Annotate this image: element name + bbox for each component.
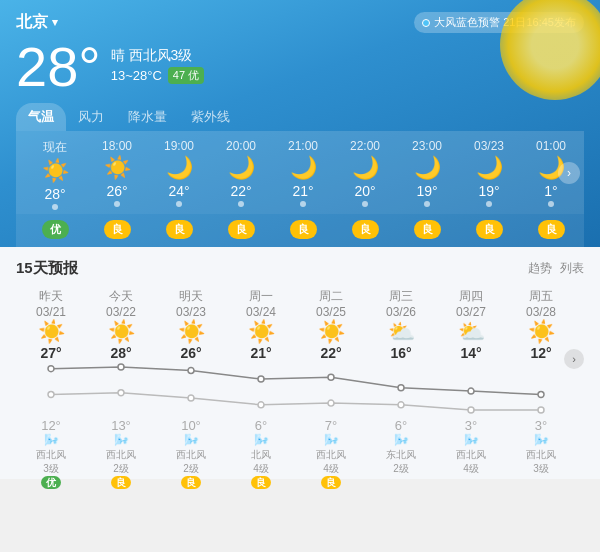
tab-uv[interactable]: 紫外线 <box>179 103 242 131</box>
daily-high: 27° <box>16 345 86 361</box>
svg-point-6 <box>468 388 474 394</box>
hourly-item: 21:00 🌙 21° <box>272 139 334 207</box>
daily-date: 03/23 <box>156 305 226 319</box>
daily-low: 6° <box>366 418 436 433</box>
aqi-pill: 良 <box>352 220 379 239</box>
weather-icon: ☀️ <box>104 157 131 179</box>
top-section: 北京 ▾ 大风蓝色预警 21日16:45发布 28° 晴 西北风3级 13~28… <box>0 0 600 247</box>
daily-icon: ⛅ <box>436 319 506 345</box>
city-name[interactable]: 北京 ▾ <box>16 12 58 33</box>
weather-icon: 🌙 <box>476 157 503 179</box>
view-list-btn[interactable]: 列表 <box>560 260 584 277</box>
aqi-item: 良 <box>272 220 334 239</box>
daily-wind: 西北风4级 <box>436 447 506 475</box>
aqi-pill: 良 <box>228 220 255 239</box>
daily-aqi <box>436 475 506 490</box>
aqi-item: 良 <box>148 220 210 239</box>
daily-low: 13° <box>86 418 156 433</box>
daily-weekday: 周四 <box>436 288 506 305</box>
tabs-row: 气温 风力 降水量 紫外线 <box>16 103 584 131</box>
daily-wind-icon: 🌬️ <box>86 433 156 447</box>
daily-high: 26° <box>156 345 226 361</box>
hourly-temp: 1° <box>544 183 557 207</box>
main-temp-row: 28° 晴 西北风3级 13~28°C 47 优 <box>16 39 584 95</box>
hourly-item: 19:00 🌙 24° <box>148 139 210 207</box>
daily-weekday: 今天 <box>86 288 156 305</box>
svg-point-14 <box>468 407 474 413</box>
hourly-item: 20:00 🌙 22° <box>210 139 272 207</box>
daily-wind-icon: 🌬️ <box>366 433 436 447</box>
tab-temperature[interactable]: 气温 <box>16 103 66 131</box>
svg-point-10 <box>188 395 194 401</box>
tab-wind[interactable]: 风力 <box>66 103 116 131</box>
hourly-temp: 19° <box>416 183 437 207</box>
weather-description: 晴 西北风3级 <box>111 47 204 65</box>
svg-point-3 <box>258 376 264 382</box>
daily-scroll: 昨天今天明天周一周二周三周四周五03/2103/2203/2303/2403/2… <box>16 288 584 490</box>
weather-icon: 🌙 <box>352 157 379 179</box>
forecast-header: 15天预报 趋势 列表 <box>16 259 584 278</box>
aqi-item: 良 <box>458 220 520 239</box>
daily-wind-icon: 🌬️ <box>296 433 366 447</box>
svg-point-15 <box>538 407 544 413</box>
aqi-pill: 良 <box>538 220 565 239</box>
hourly-item: 18:00 ☀️ 26° <box>86 139 148 207</box>
daily-high: 21° <box>226 345 296 361</box>
svg-point-0 <box>48 366 54 372</box>
daily-wind-icon: 🌬️ <box>156 433 226 447</box>
weather-icon: 🌙 <box>166 157 193 179</box>
svg-point-9 <box>118 390 124 396</box>
aqi-pill: 良 <box>166 220 193 239</box>
weather-app: 北京 ▾ 大风蓝色预警 21日16:45发布 28° 晴 西北风3级 13~28… <box>0 0 600 479</box>
daily-date: 03/21 <box>16 305 86 319</box>
daily-date: 03/28 <box>506 305 576 319</box>
daily-aqi: 良 <box>86 475 156 490</box>
svg-point-11 <box>258 402 264 408</box>
daily-date: 03/24 <box>226 305 296 319</box>
daily-aqi: 良 <box>156 475 226 490</box>
hourly-item: 现在 ☀️ 28° <box>24 139 86 210</box>
daily-icon: ☀️ <box>226 319 296 345</box>
daily-date: 03/26 <box>366 305 436 319</box>
hourly-section: 现在 ☀️ 28° 18:00 ☀️ 26° 19:00 🌙 24° 20:00… <box>16 131 584 214</box>
daily-next-button[interactable]: › <box>564 349 584 369</box>
hourly-next-button[interactable]: › <box>558 162 580 184</box>
hourly-scroll: 现在 ☀️ 28° 18:00 ☀️ 26° 19:00 🌙 24° 20:00… <box>16 139 584 210</box>
daily-low: 10° <box>156 418 226 433</box>
svg-point-7 <box>538 392 544 398</box>
svg-point-1 <box>118 364 124 370</box>
hourly-time: 20:00 <box>226 139 256 153</box>
hourly-temp: 20° <box>354 183 375 207</box>
daily-low: 3° <box>506 418 576 433</box>
hourly-item: 03/23 🌙 19° <box>458 139 520 207</box>
daily-wind-icon: 🌬️ <box>436 433 506 447</box>
daily-icon: ☀️ <box>506 319 576 345</box>
chevron-down-icon[interactable]: ▾ <box>52 16 58 29</box>
daily-weekday: 周五 <box>506 288 576 305</box>
daily-aqi: 优 <box>16 475 86 490</box>
daily-wind-icon: 🌬️ <box>16 433 86 447</box>
daily-weekday: 明天 <box>156 288 226 305</box>
daily-wind: 西北风3级 <box>16 447 86 475</box>
daily-high: 14° <box>436 345 506 361</box>
hourly-temp: 28° <box>44 186 65 210</box>
chart-svg <box>16 361 576 416</box>
tab-precipitation[interactable]: 降水量 <box>116 103 179 131</box>
daily-icon: ☀️ <box>156 319 226 345</box>
hourly-time: 现在 <box>43 139 67 156</box>
daily-high: 28° <box>86 345 156 361</box>
daily-date: 03/27 <box>436 305 506 319</box>
hourly-item: 23:00 🌙 19° <box>396 139 458 207</box>
daily-wrapper: 昨天今天明天周一周二周三周四周五03/2103/2203/2303/2403/2… <box>16 288 584 490</box>
aqi-label: 优 <box>188 69 199 81</box>
daily-icon: ☀️ <box>86 319 156 345</box>
svg-point-4 <box>328 374 334 380</box>
view-trend-btn[interactable]: 趋势 <box>528 260 552 277</box>
daily-wind: 北风4级 <box>226 447 296 475</box>
weather-icon: 🌙 <box>290 157 317 179</box>
hourly-temp: 21° <box>292 183 313 207</box>
daily-icon: ☀️ <box>296 319 366 345</box>
daily-wind-icon: 🌬️ <box>226 433 296 447</box>
hourly-temp: 24° <box>168 183 189 207</box>
daily-container: 昨天今天明天周一周二周三周四周五03/2103/2203/2303/2403/2… <box>16 288 584 490</box>
